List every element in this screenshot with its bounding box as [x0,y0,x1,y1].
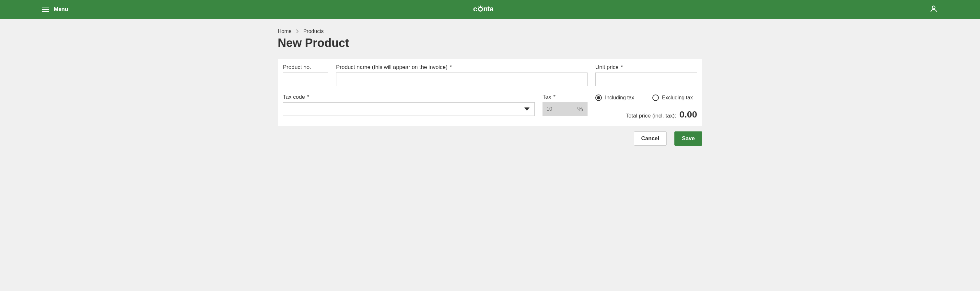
label-tax-code: Tax code * [283,94,535,100]
radio-icon [595,95,602,101]
save-button[interactable]: Save [675,131,702,146]
breadcrumb: Home Products [278,19,702,34]
radio-icon [652,95,659,101]
product-form-card: Product no. Product name (this will appe… [278,59,702,126]
svg-line-3 [479,7,480,8]
breadcrumb-products[interactable]: Products [303,28,324,34]
svg-line-4 [481,7,482,8]
total-label: Total price (incl. tax): [626,113,676,119]
label-product-name: Product name (this will appear on the in… [336,64,587,71]
hamburger-icon [42,7,49,12]
user-menu[interactable] [929,5,938,14]
breadcrumb-home[interactable]: Home [278,28,292,34]
chevron-right-icon [296,30,299,33]
form-actions: Cancel Save [278,126,702,151]
field-tax-code: Tax code * [283,94,535,116]
radio-excluding-tax[interactable]: Excluding tax [652,95,693,101]
conta-logo-icon: c nta [472,5,508,14]
field-tax: Tax * % [542,94,587,116]
field-product-name: Product name (this will appear on the in… [336,64,587,86]
tax-input [542,102,587,116]
total-value: 0.00 [679,109,697,120]
label-product-no: Product no. [283,64,328,71]
tax-mode-radios: Including tax Excluding tax [595,95,697,101]
radio-label-excluding: Excluding tax [662,95,693,101]
app-header: Menu c nta [0,0,980,19]
label-tax: Tax * [542,94,587,100]
product-name-input[interactable] [336,73,587,86]
label-unit-price: Unit price * [595,64,697,71]
page-title: New Product [278,36,702,50]
svg-text:c: c [473,5,477,13]
price-side: Including tax Excluding tax Total price … [595,94,697,120]
radio-label-including: Including tax [605,95,634,101]
svg-text:nta: nta [483,5,494,13]
field-unit-price: Unit price * [595,64,697,86]
svg-point-6 [932,6,935,9]
unit-price-input[interactable] [595,73,697,86]
menu-label: Menu [54,6,68,13]
radio-including-tax[interactable]: Including tax [595,95,634,101]
brand-logo[interactable]: c nta [472,5,508,14]
total-row: Total price (incl. tax): 0.00 [595,109,697,120]
product-no-input[interactable] [283,73,328,86]
cancel-button[interactable]: Cancel [634,131,667,146]
menu-toggle[interactable]: Menu [42,6,68,13]
user-icon [929,5,938,13]
tax-code-select[interactable] [283,102,535,116]
field-product-no: Product no. [283,64,328,86]
